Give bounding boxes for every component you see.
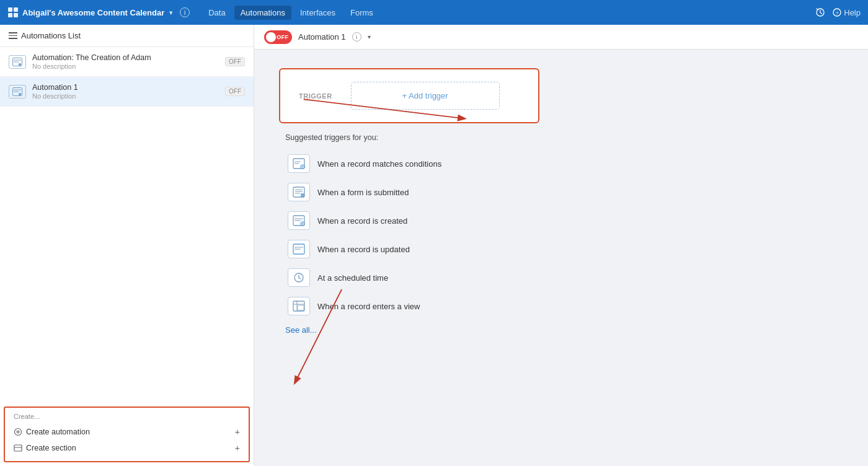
sidebar-title: Automations List: [21, 31, 81, 40]
automation-name-1: Automation 1: [32, 83, 219, 92]
automation-item-0[interactable]: Automation: The Creation of Adam No desc…: [0, 47, 254, 77]
nav-interfaces[interactable]: Interfaces: [294, 6, 342, 20]
suggestion-text-4: At a scheduled time: [317, 273, 388, 283]
toggle-off-label: OFF: [276, 33, 290, 40]
suggestion-icon-2: [288, 211, 310, 230]
help-icon-btn[interactable]: ? Help: [833, 8, 861, 17]
sidebar-footer: Create... Create automation +: [4, 407, 250, 462]
history-icon-btn[interactable]: [815, 7, 825, 17]
svg-text:?: ?: [836, 11, 839, 16]
suggestion-item-4[interactable]: At a scheduled time: [285, 263, 444, 292]
suggestion-item-3[interactable]: When a record is updated: [285, 235, 444, 263]
automation-name-0: Automation: The Creation of Adam: [32, 53, 219, 62]
suggestion-text-0: When a record matches conditions: [317, 159, 441, 169]
app-title: Abigail's Awesome Content Calendar: [22, 8, 164, 17]
suggestion-icon-0: [288, 154, 310, 173]
suggestion-text-5: When a record enters a view: [317, 302, 420, 311]
suggestion-icon-1: [288, 183, 310, 201]
toggle-switch[interactable]: OFF: [264, 30, 292, 44]
create-automation-label: Create automation: [26, 428, 90, 436]
trigger-area: TRIGGER + Add trigger: [279, 68, 539, 123]
suggestions: Suggested triggers for you:: [279, 133, 444, 335]
svg-line-45: [299, 278, 301, 279]
sidebar: Automations List Automation: The Creatio…: [0, 25, 254, 466]
automation-list: Automation: The Creation of Adam No desc…: [0, 47, 254, 403]
create-section-icon: [14, 444, 22, 452]
create-label: Create...: [14, 413, 240, 420]
app-body: Automations List Automation: The Creatio…: [0, 25, 868, 466]
nav-right: ? Help: [815, 7, 861, 17]
app-logo[interactable]: Abigail's Awesome Content Calendar ▾: [7, 7, 172, 18]
svg-rect-3: [14, 13, 18, 17]
sidebar-header: Automations List: [0, 25, 254, 47]
create-automation-icon: [14, 428, 22, 436]
add-trigger-button[interactable]: + Add trigger: [351, 82, 500, 110]
create-section-plus[interactable]: +: [235, 443, 240, 453]
see-all-link[interactable]: See all...: [285, 325, 317, 335]
help-label: Help: [844, 8, 861, 17]
main-content: OFF Automation 1 i ▾: [254, 25, 868, 466]
automation-info-1: Automation 1 No description: [32, 83, 219, 100]
suggestion-item-1[interactable]: When a form is submitted: [285, 178, 444, 206]
app-info-icon[interactable]: i: [180, 7, 190, 17]
app-title-caret[interactable]: ▾: [169, 9, 172, 16]
automation-desc-0: No description: [32, 63, 219, 70]
suggestions-title: Suggested triggers for you:: [285, 133, 444, 142]
canvas: TRIGGER + Add trigger Suggested triggers…: [254, 50, 868, 466]
automation-toggle-0[interactable]: OFF: [225, 57, 245, 66]
suggestion-item-5[interactable]: When a record enters a view: [285, 292, 444, 320]
header-chevron[interactable]: ▾: [368, 33, 371, 40]
suggestion-icon-4: [288, 268, 310, 287]
nav-links: Data Automations Interfaces Forms: [202, 6, 379, 20]
suggestion-icon-3: [288, 240, 310, 258]
nav-data[interactable]: Data: [202, 6, 231, 20]
trigger-panel: TRIGGER + Add trigger Suggested triggers…: [254, 68, 868, 335]
create-section-item[interactable]: Create section +: [14, 440, 240, 456]
top-nav: Abigail's Awesome Content Calendar ▾ i D…: [0, 0, 868, 25]
hamburger-icon[interactable]: [9, 32, 17, 39]
suggestion-text-3: When a record is updated: [317, 245, 410, 254]
automation-icon-0: [9, 55, 26, 69]
create-section-label: Create section: [26, 444, 76, 452]
automation-toggle-1[interactable]: OFF: [225, 87, 245, 96]
automation-item-1[interactable]: Automation 1 No description OFF: [0, 77, 254, 107]
add-trigger-label: + Add trigger: [402, 91, 448, 100]
suggestion-text-1: When a form is submitted: [317, 188, 409, 197]
suggestion-item-0[interactable]: When a record matches conditions: [285, 149, 444, 178]
create-automation-plus[interactable]: +: [235, 427, 240, 437]
svg-rect-1: [14, 7, 18, 12]
automation-desc-1: No description: [32, 92, 219, 100]
nav-forms[interactable]: Forms: [344, 6, 379, 20]
svg-rect-49: [298, 306, 304, 310]
svg-rect-0: [8, 7, 12, 12]
content-header: OFF Automation 1 i ▾: [254, 25, 868, 50]
suggestion-text-2: When a record is created: [317, 216, 407, 226]
svg-rect-17: [14, 445, 22, 451]
suggestion-icon-5: [288, 297, 310, 315]
create-automation-item[interactable]: Create automation +: [14, 424, 240, 440]
trigger-label: TRIGGER: [299, 92, 332, 100]
svg-rect-2: [8, 13, 12, 17]
svg-point-13: [19, 93, 21, 95]
automation-title: Automation 1: [298, 32, 346, 42]
automation-info-0: Automation: The Creation of Adam No desc…: [32, 53, 219, 70]
suggestion-item-2[interactable]: When a record is created: [285, 206, 444, 235]
create-automation-left: Create automation: [14, 428, 90, 436]
svg-rect-46: [293, 301, 304, 311]
automation-icon-1: [9, 85, 26, 99]
create-section-left: Create section: [14, 444, 76, 452]
nav-automations[interactable]: Automations: [234, 6, 291, 20]
header-info-icon[interactable]: i: [352, 32, 361, 42]
svg-point-9: [19, 63, 21, 66]
